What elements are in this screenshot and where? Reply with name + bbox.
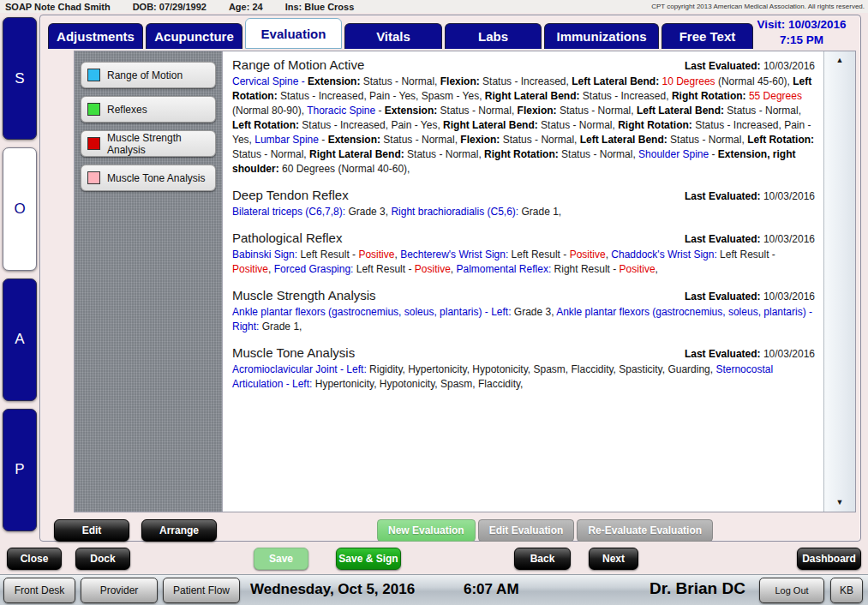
finding-text: Status - Increased, Pain - Yes,	[302, 119, 443, 131]
last-evaluated-date: 10/03/2016	[761, 291, 815, 302]
finding-text: Right Lateral Bend:	[485, 90, 583, 102]
section-title: Deep Tendon Reflex	[232, 188, 349, 202]
save-and-sign-button[interactable]: Save & Sign	[336, 548, 401, 570]
legend-item-muscle-strength-analysis[interactable]: Muscle Strength Analysis	[81, 130, 216, 157]
finding-link[interactable]: Bilateral triceps (C6,7,8):	[232, 206, 345, 218]
arrange-button[interactable]: Arrange	[141, 519, 217, 542]
finding-text: Positive	[415, 263, 451, 275]
finding-text: Left Rotation:	[232, 119, 302, 131]
section-header: Range of Motion ActiveLast Evaluated: 10…	[232, 57, 815, 72]
evaluation-actions-group: New Evaluation Edit Evaluation Re-Evalua…	[377, 519, 713, 542]
finding-text: 60 Degrees (Normal 40-60),	[282, 163, 410, 175]
legend-item-label: Muscle Tone Analysis	[107, 172, 206, 184]
patient-flow-button[interactable]: Patient Flow	[163, 578, 240, 603]
visit-time: 7:15 PM	[747, 33, 856, 48]
save-button[interactable]: Save	[254, 548, 308, 570]
section-deep-tendon-reflex: Deep Tendon ReflexLast Evaluated: 10/03/…	[232, 188, 815, 219]
finding-link[interactable]: Shoulder Spine	[638, 148, 709, 160]
tab-vitals[interactable]: Vitals	[344, 23, 442, 49]
provider-view-button[interactable]: Provider View	[81, 578, 158, 603]
soap-tab-p[interactable]: P	[3, 409, 37, 531]
finding-text: Left Result -	[508, 249, 569, 261]
front-desk-button[interactable]: Front Desk	[3, 578, 75, 603]
section-header: Muscle Strength AnalysisLast Evaluated: …	[232, 288, 815, 302]
finding-text: Extension:	[308, 75, 363, 87]
finding-link[interactable]: Acromioclavicular Joint - Left:	[232, 363, 367, 375]
finding-text: Grade 1,	[518, 206, 561, 218]
last-evaluated-label: Last Evaluated:	[685, 291, 761, 302]
finding-link[interactable]: Bechterew's Wrist Sign:	[400, 249, 508, 261]
finding-text: (Normal 45-60),	[715, 75, 793, 87]
content-scrollbar[interactable]: ▲ ▼	[823, 51, 855, 512]
new-evaluation-button[interactable]: New Evaluation	[377, 519, 476, 542]
section-header: Pathological ReflexLast Evaluated: 10/03…	[232, 231, 815, 245]
finding-text: Status - Normal,	[561, 148, 638, 160]
finding-link[interactable]: Thoracic Spine	[307, 105, 375, 117]
last-evaluated: Last Evaluated: 10/03/2016	[685, 233, 815, 245]
finding-text: Status - Normal,	[727, 105, 801, 117]
taskbar-date: Wednesday, Oct 5, 2016	[250, 581, 415, 598]
last-evaluated-date: 10/03/2016	[761, 60, 815, 72]
finding-text: Status - Normal,	[232, 148, 309, 160]
panel-actions-row: Edit Arrange New Evaluation Edit Evaluat…	[40, 519, 860, 542]
finding-link[interactable]: Ankle plantar flexors (gastrocnemius, so…	[232, 306, 511, 318]
back-button[interactable]: Back	[514, 548, 571, 570]
finding-link[interactable]: Cervical Spine -	[232, 75, 308, 87]
finding-text: Positive	[570, 249, 606, 261]
finding-text: Left Result -	[297, 249, 358, 261]
dock-button[interactable]: Dock	[75, 548, 130, 570]
finding-link[interactable]: Babinski Sign:	[232, 249, 297, 261]
visit-date: Visit: 10/03/2016	[747, 17, 856, 33]
soap-tab-s[interactable]: S	[3, 17, 37, 140]
patient-dob: DOB: 07/29/1992	[133, 2, 207, 12]
finding-text: Right Rotation:	[618, 119, 695, 131]
edit-evaluation-button[interactable]: Edit Evaluation	[478, 519, 575, 542]
scroll-up-icon[interactable]: ▲	[836, 57, 844, 64]
dashboard-button[interactable]: Dashboard	[797, 548, 861, 570]
soap-tab-o[interactable]: O	[3, 147, 37, 270]
finding-link[interactable]: Chaddock's Wrist Sign:	[611, 249, 716, 261]
tab-immunizations[interactable]: Immunizations	[544, 23, 659, 49]
finding-text: Right Result -	[551, 263, 619, 275]
finding-link[interactable]: Right brachioradialis (C5,6):	[391, 206, 518, 218]
taskbar: Front Desk Provider View Patient Flow We…	[0, 574, 868, 605]
section-muscle-tone-analysis: Muscle Tone AnalysisLast Evaluated: 10/0…	[232, 345, 815, 392]
tab-labs[interactable]: Labs	[445, 23, 542, 49]
legend-item-range-of-motion[interactable]: Range of Motion	[81, 62, 216, 88]
section-header: Muscle Tone AnalysisLast Evaluated: 10/0…	[232, 345, 815, 360]
soap-strip: SOAP	[3, 17, 37, 531]
legend-item-muscle-tone-analysis[interactable]: Muscle Tone Analysis	[81, 165, 216, 191]
finding-text: Grade 3,	[511, 306, 556, 318]
legend-item-label: Muscle Strength Analysis	[107, 132, 209, 156]
next-button[interactable]: Next	[589, 548, 638, 570]
finding-link[interactable]: Lumbar Spine	[254, 134, 319, 146]
close-button[interactable]: Close	[7, 548, 62, 570]
finding-text: Grade 1,	[259, 320, 302, 332]
last-evaluated-label: Last Evaluated:	[685, 233, 761, 245]
legend-item-reflexes[interactable]: Reflexes	[81, 96, 216, 123]
section-findings: Bilateral triceps (C6,7,8): Grade 3, Rig…	[232, 205, 815, 219]
finding-text: Right Lateral Bend:	[309, 148, 407, 160]
soap-tab-a[interactable]: A	[3, 279, 37, 401]
finding-link[interactable]: Forced Grasping:	[274, 263, 354, 275]
provider-name: Dr. Brian DC	[650, 579, 745, 598]
finding-text: Positive	[232, 263, 268, 275]
log-out-button[interactable]: Log Out	[759, 578, 824, 603]
tab-adjustments[interactable]: Adjustments	[48, 23, 143, 49]
finding-text: Status - Normal,	[541, 119, 618, 131]
finding-link[interactable]: Palmomental Reflex:	[457, 263, 552, 275]
section-range-of-motion-active: Range of Motion ActiveLast Evaluated: 10…	[232, 57, 815, 177]
keyboard-button[interactable]: KB	[830, 578, 863, 603]
finding-text: ,	[268, 263, 274, 275]
last-evaluated: Last Evaluated: 10/03/2016	[685, 291, 815, 302]
taskbar-time: 6:07 AM	[464, 581, 519, 598]
re-evaluate-evaluation-button[interactable]: Re-Evaluate Evaluation	[577, 519, 713, 542]
edit-button[interactable]: Edit	[54, 519, 129, 542]
tab-evaluation[interactable]: Evaluation	[245, 18, 342, 49]
legend-item-label: Reflexes	[107, 104, 147, 116]
tab-acupuncture[interactable]: Acupuncture	[146, 23, 242, 49]
finding-text: Status - Normal,	[503, 134, 580, 146]
last-evaluated-label: Last Evaluated:	[685, 348, 761, 360]
scroll-down-icon[interactable]: ▼	[836, 499, 844, 506]
tab-free-text[interactable]: Free Text	[661, 23, 753, 49]
